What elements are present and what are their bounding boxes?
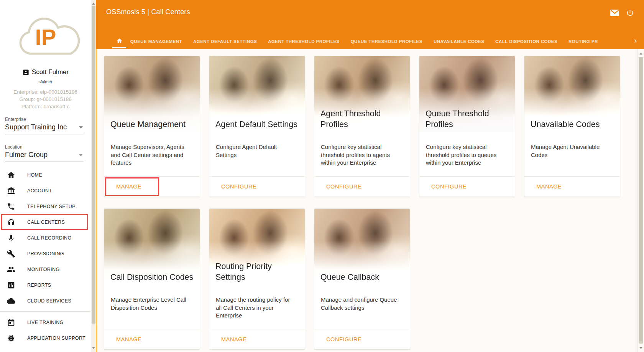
- card-title: Queue Callback: [320, 272, 407, 283]
- sidebar-item-label: PROVISIONING: [27, 251, 64, 256]
- sidebar-menu: HOME ACCOUNT TELEPHONY SETUP: [0, 167, 91, 309]
- power-icon[interactable]: [626, 9, 634, 17]
- sidebar-scrollbar[interactable]: [91, 0, 96, 352]
- people-icon: [7, 265, 15, 274]
- card-title: Queue Management: [110, 119, 197, 130]
- scroll-up-arrow[interactable]: [638, 50, 644, 56]
- header-tab[interactable]: AGENT THRESHOLD PROFILES: [268, 39, 340, 44]
- feature-card: Agent Default Settings Configure Agent D…: [209, 56, 305, 197]
- feature-card: Agent Threshold Profiles Configure key s…: [314, 56, 410, 197]
- content-left-border: [96, 49, 97, 352]
- sidebar-menu-item[interactable]: ACCOUNT: [0, 183, 91, 198]
- page-title: OSSmosis 5 | Call Centers: [106, 8, 190, 16]
- card-action-bar: MANAGE: [104, 176, 200, 197]
- card-photo: Queue Management: [104, 56, 200, 132]
- card-action-button[interactable]: CONFIGURE: [326, 183, 361, 190]
- sidebar-menu-item[interactable]: CLOUD SERVICES: [0, 293, 91, 309]
- card-title: Routing Priority Settings: [215, 261, 302, 283]
- header-tab[interactable]: CALL DISPOSITION CODES: [495, 39, 557, 44]
- home-icon: [7, 171, 15, 179]
- user-login: sfulmer: [0, 79, 91, 84]
- card-action-button[interactable]: MANAGE: [116, 336, 141, 342]
- card-photo: Routing Priority Settings: [209, 209, 305, 285]
- sidebar-menu-item[interactable]: HOME: [0, 167, 91, 183]
- card-action-bar: MANAGE: [104, 329, 200, 349]
- tab-bar: QUEUE MANAGEMENTAGENT DEFAULT SETTINGSAG…: [96, 34, 644, 49]
- feature-card: Routing Priority Settings Manage the rou…: [209, 208, 305, 350]
- header-tab[interactable]: QUEUE MANAGEMENT: [130, 39, 182, 44]
- feature-card: Unavailable Codes Manage Agent Unavailab…: [524, 56, 620, 197]
- logo-text: IP: [35, 25, 56, 50]
- sidebar-menu-item[interactable]: LIVE TRAINING: [0, 314, 91, 330]
- sidebar-menu-item[interactable]: APPLICATION SUPPORT: [0, 330, 91, 346]
- feature-card: Queue Management Manage Supervisors, Age…: [104, 56, 200, 197]
- card-action-bar: CONFIGURE: [419, 176, 515, 197]
- sidebar-item-label: MONITORING: [27, 267, 60, 272]
- sidebar: IP Scott Fulmer sfulmer Enterprise: eip-…: [0, 0, 96, 352]
- sidebar-item-label: APPLICATION SUPPORT: [27, 335, 85, 341]
- sidebar-item-label: HOME: [27, 172, 42, 178]
- header-tab[interactable]: UNAVAILABLE CODES: [434, 39, 484, 44]
- sidebar-item-label: REPORTS: [27, 283, 51, 288]
- tab-home[interactable]: [112, 34, 126, 49]
- location-select-value: Fulmer Group: [5, 151, 48, 159]
- card-title: Agent Threshold Profiles: [320, 109, 407, 130]
- headset-icon: [7, 218, 15, 226]
- card-action-button[interactable]: CONFIGURE: [326, 336, 361, 342]
- card-description: Configure Agent Default Settings: [209, 132, 305, 159]
- card-title: Queue Threshold Profiles: [426, 109, 512, 130]
- calendar-icon: [7, 318, 15, 327]
- sidebar-menu-item[interactable]: PROVISIONING: [0, 246, 91, 261]
- chevron-right-icon[interactable]: [632, 38, 638, 46]
- ip-cloud-logo: IP: [0, 0, 91, 68]
- feature-card: Queue Callback Manage and configure Queu…: [314, 208, 410, 350]
- card-action-button[interactable]: MANAGE: [116, 183, 141, 190]
- card-photo: Queue Callback: [314, 209, 410, 285]
- card-title: Agent Default Settings: [215, 119, 302, 130]
- header-tab[interactable]: AGENT DEFAULT SETTINGS: [193, 39, 257, 44]
- scroll-up-arrow[interactable]: [91, 1, 96, 6]
- sidebar-menu-item[interactable]: REPORTS: [0, 277, 91, 293]
- sidebar-item-label: ACCOUNT: [27, 188, 52, 193]
- scroll-down-arrow[interactable]: [91, 345, 96, 350]
- content-scrollbar[interactable]: [637, 49, 644, 352]
- header-tab[interactable]: ROUTING PR: [568, 39, 598, 44]
- card-description: Configure key statistical threshold prof…: [419, 132, 515, 167]
- card-title: Call Disposition Codes: [110, 272, 197, 283]
- sidebar-menu-item[interactable]: MONITORING: [0, 261, 91, 277]
- user-full-name: Scott Fulmer: [32, 68, 69, 76]
- sidebar-menu-item[interactable]: CALL RECORDING: [0, 230, 91, 246]
- card-title: Unavailable Codes: [531, 119, 617, 130]
- bug-icon: [7, 334, 15, 342]
- scroll-down-arrow[interactable]: [638, 345, 644, 351]
- card-description: Manage the routing policy for all Call C…: [209, 285, 305, 320]
- card-action-button[interactable]: CONFIGURE: [431, 183, 467, 190]
- card-action-button[interactable]: MANAGE: [536, 183, 562, 190]
- microphone-icon: [7, 234, 15, 242]
- location-select[interactable]: Fulmer Group: [5, 150, 84, 162]
- sidebar-item-label: CLOUD SERVICES: [27, 298, 71, 304]
- card-action-bar: CONFIGURE: [209, 176, 305, 197]
- header-tab[interactable]: QUEUE THRESHOLD PROFILES: [351, 39, 422, 44]
- menu-divider: [0, 311, 91, 312]
- card-action-button[interactable]: MANAGE: [221, 336, 246, 342]
- bank-icon: [7, 187, 15, 195]
- enterprise-id: Enterprise: eip-0001015186: [0, 88, 91, 96]
- mail-icon[interactable]: [610, 10, 619, 16]
- sidebar-menu-item[interactable]: TELEPHONY SETUP: [0, 198, 91, 214]
- group-id: Group: gr-0001015186: [0, 96, 91, 103]
- card-action-button[interactable]: CONFIGURE: [221, 183, 256, 190]
- sidebar-menu-item[interactable]: CALL CENTERS: [0, 214, 91, 230]
- cards-grid: Queue Management Manage Supervisors, Age…: [104, 56, 620, 350]
- home-icon: [116, 38, 123, 46]
- bar-chart-icon: [7, 281, 15, 289]
- enterprise-select[interactable]: Support Training Inc: [5, 122, 84, 134]
- main-content: Queue Management Manage Supervisors, Age…: [96, 49, 644, 352]
- card-action-bar: MANAGE: [209, 329, 305, 349]
- person-badge-icon: [22, 69, 30, 76]
- content-scroll-thumb[interactable]: [639, 57, 643, 344]
- sidebar-scroll-thumb[interactable]: [92, 6, 95, 324]
- chevron-down-icon: [79, 154, 83, 156]
- sidebar-menu-secondary: LIVE TRAINING APPLICATION SUPPORT: [0, 314, 91, 346]
- card-description: Manage and configure Queue Callback sett…: [314, 285, 410, 312]
